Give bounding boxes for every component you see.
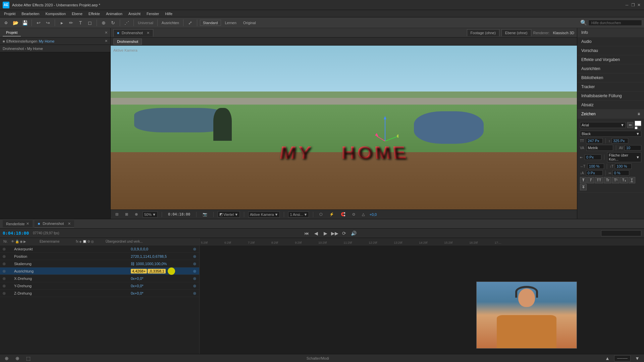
audio-btn[interactable]: 🔊 [350,229,358,237]
info-item-inhalts[interactable]: Inhaltsbasierte Füllung [577,92,644,101]
font-size-input[interactable]: 247 Px [586,138,603,143]
views-dropdown[interactable]: 1 Ansi... ▼ [288,212,309,218]
baseline-input[interactable]: 0 Px [586,170,603,176]
zoom-dropdown[interactable]: 50% ▼ [143,212,158,218]
ausrichtung-value[interactable]: 4,4268+ ,0,3358,1 [131,267,191,275]
info-item-tracker[interactable]: Tracker [577,82,644,92]
prop-ankerpunkt[interactable]: ◎ Ankerpunkt 0,0,9,0,0,0 ◎ [0,245,199,253]
super-btn[interactable]: T¹ [612,177,619,183]
allcaps-btn[interactable]: TT [595,177,603,183]
font-style-dropdown[interactable]: Black ▼ [580,131,641,137]
tracking-input[interactable]: 10 [625,145,641,150]
pencil-icon[interactable]: ✏ [627,122,633,128]
close-button[interactable]: ✕ [637,3,641,7]
motion-blur[interactable]: ⊙ [350,212,357,217]
info-item-zeichen[interactable]: Zeichen ≡ [577,110,644,119]
next-frame-btn[interactable]: ▶▶ [331,229,339,237]
ebene-tab[interactable]: Ebene (ohne) [501,29,531,36]
timeline-comp-close[interactable]: ✕ [68,222,71,226]
undo-btn[interactable]: ↩ [35,19,43,27]
restore-button[interactable]: ❐ [631,3,635,7]
menu-animation[interactable]: Animation [103,11,125,16]
footage-tab[interactable]: Footage (ohne) [467,29,499,36]
scale-v-input[interactable]: 100 % [615,164,632,169]
info-item-vorschau[interactable]: Vorschau [577,46,644,55]
menu-komposition[interactable]: Komposition [43,11,68,16]
prop-zdrehung[interactable]: ◎ Z-Drehung 0x+0,0* ◎ [0,290,199,297]
strike-btn[interactable]: T̶ [580,184,587,190]
viewport-snap-btn[interactable]: ⊟ [113,212,120,217]
bold-btn[interactable]: T [580,177,587,183]
bt-down[interactable]: ▼ [633,354,641,362]
indent-input[interactable]: 0 Px [585,155,601,160]
expand-btn[interactable]: ⤢ [186,19,194,27]
projekt-tab[interactable]: Projekt [3,29,21,37]
zdrehung-link[interactable]: ◎ [191,291,198,295]
new-btn[interactable]: ⭘ [2,19,10,27]
info-item-bibliotheken[interactable]: Bibliotheken [577,73,644,82]
ausrichtung-val2[interactable]: ,0,3358,1 [148,269,166,274]
fill-dropdown[interactable]: Fläche über Kon... ▼ [607,152,641,162]
search-input[interactable] [588,20,642,26]
scale-h-input[interactable]: 100 % [587,164,604,169]
learn-label[interactable]: Lernen [222,21,239,25]
snap-toggle[interactable]: 🧲 [339,212,347,217]
move-tool[interactable]: ⊕ [100,19,108,27]
prop-xdrehung[interactable]: ◎ X-Drehung 0x+0,0* ◎ [0,275,199,282]
menu-ebene[interactable]: Ebene [69,11,85,16]
standard-workspace[interactable]: Standard [200,20,221,26]
underline-btn[interactable]: T [629,177,635,183]
fast-prev[interactable]: ⚡ [327,212,336,217]
drohnenshot-tab-active[interactable]: Drohnenshot [113,39,142,45]
menu-effekte[interactable]: Effekte [86,11,103,16]
skalierung-value[interactable]: ⛓ 1000,1000,100,0% [131,262,191,266]
renderliste-close[interactable]: ✕ [26,222,29,226]
smallcaps-btn[interactable]: Tr [604,177,611,183]
menu-ansicht[interactable]: Ansicht [126,11,143,16]
info-item-absatz[interactable]: Absatz [577,101,644,110]
selection-tool[interactable]: ▸ [58,19,66,27]
menu-bearbeiten[interactable]: Bearbeiten [19,11,42,16]
comp-tab-drohnenshot[interactable]: ■ Drohnenshot ✕ [113,29,153,37]
bt-up[interactable]: ▲ [603,354,611,362]
play-btn[interactable]: ⏮ [303,229,311,237]
viewport-mask-btn[interactable]: ⊗ [133,212,140,217]
open-btn[interactable]: 📂 [11,19,19,27]
bt-btn3[interactable]: ⬚ [24,354,32,362]
viewport-grid-btn[interactable]: ⊞ [123,212,130,217]
minimize-button[interactable]: ─ [625,3,629,7]
view-mode-dropdown[interactable]: ◩ Viertel ▼ [218,211,240,218]
play-pause-btn[interactable]: ▶ [321,229,329,237]
bt-btn1[interactable]: ⊕ [3,354,11,362]
kerning-dropdown[interactable]: Metrik [586,145,613,151]
draft-toggle[interactable]: △ [360,212,367,217]
menu-fenster[interactable]: Fenster [144,11,162,16]
leading-input[interactable]: 325 Px [611,138,628,143]
swatch1[interactable] [635,126,638,129]
tsume-input[interactable]: 0 % [612,170,629,176]
anchor-tool[interactable]: ⋰ [123,19,131,27]
italic-btn[interactable]: T [587,177,594,183]
ankerpunkt-value[interactable]: 0,0,9,0,0,0 [131,247,191,251]
sub-btn[interactable]: T₁ [620,177,628,183]
info-item-effekte[interactable]: Effekte und Vorgaben [577,55,644,64]
info-item-ausrichten[interactable]: Ausrichten [577,64,644,73]
xdrehung-link[interactable]: ◎ [191,277,198,280]
loop-btn[interactable]: ⟳ [340,229,348,237]
ydrehung-value[interactable]: 0x+0,0* [131,284,191,288]
redo-btn[interactable]: ↪ [44,19,52,27]
prop-ydrehung[interactable]: ◎ Y-Drehung 0x+0,0* ◎ [0,282,199,290]
skalierung-link[interactable]: ◎ [191,262,198,265]
ausrichtung-handle[interactable] [168,267,175,275]
bt-btn2[interactable]: ⊕ [13,354,21,362]
fill-color-swatch[interactable] [635,121,641,126]
shape-tool[interactable]: ◻ [86,19,94,27]
menu-hilfe[interactable]: Hilfe [162,11,175,16]
zdrehung-value[interactable]: 0x+0,0* [131,291,191,295]
camera-dropdown[interactable]: Aktive Kamera ▼ [248,212,280,218]
rotate-tool[interactable]: ↻ [109,19,117,27]
prop-ausrichtung[interactable]: ◎ Ausrichtung 4,4268+ ,0,3358,1 ◎ [0,267,199,275]
text-tool[interactable]: T [76,19,85,27]
left-panel-close[interactable]: ✕ [105,31,108,35]
position-link[interactable]: ◎ [191,254,198,258]
